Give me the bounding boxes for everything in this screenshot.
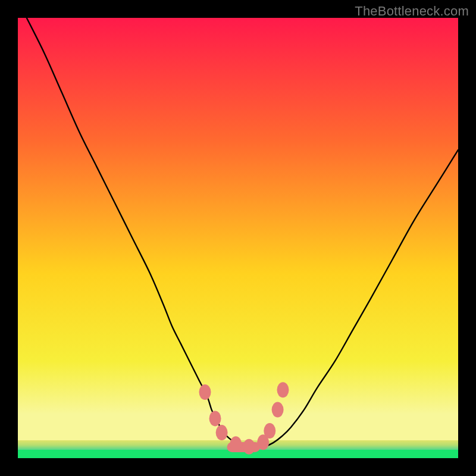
svg-point-8 [272, 402, 284, 418]
trough-markers [199, 382, 289, 454]
svg-point-1 [199, 384, 211, 400]
svg-point-3 [216, 425, 228, 440]
attribution-label: TheBottleneck.com [355, 4, 469, 19]
plot-area [18, 18, 458, 458]
bottleneck-curve [27, 18, 458, 447]
svg-point-7 [264, 423, 275, 439]
svg-point-9 [277, 382, 289, 397]
svg-point-4 [230, 436, 242, 452]
svg-point-2 [209, 411, 221, 426]
svg-point-5 [243, 439, 255, 455]
curve-layer [18, 18, 458, 458]
chart-frame: TheBottleneck.com [0, 0, 476, 476]
